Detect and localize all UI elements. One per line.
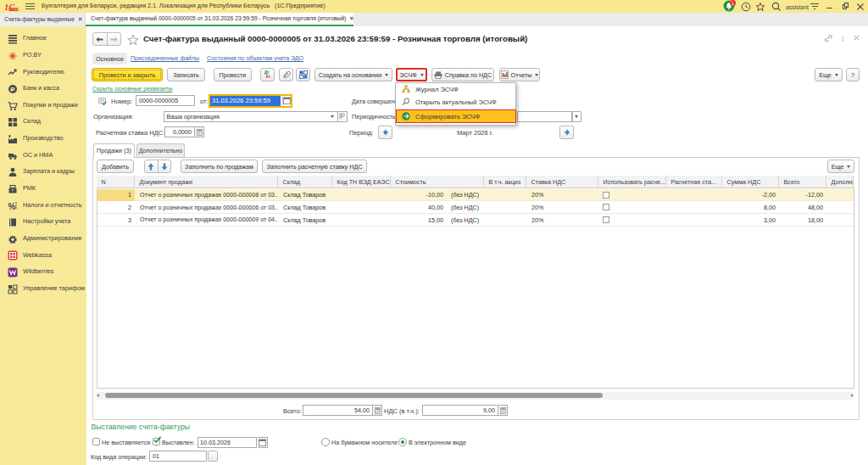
svg-text:P: P — [10, 86, 15, 93]
svg-text:%: % — [8, 201, 16, 210]
